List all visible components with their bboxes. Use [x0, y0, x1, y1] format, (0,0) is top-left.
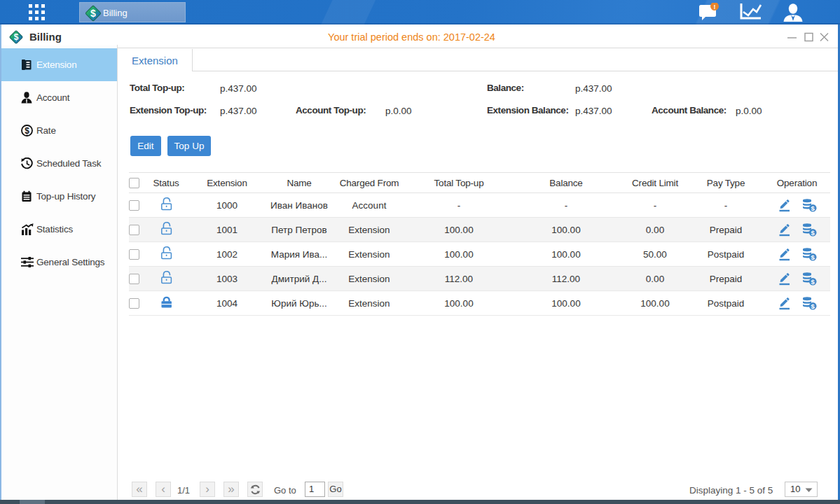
svg-text:!: ! — [714, 4, 716, 10]
svg-text:$: $ — [25, 126, 29, 136]
svg-text:$: $ — [90, 8, 96, 19]
